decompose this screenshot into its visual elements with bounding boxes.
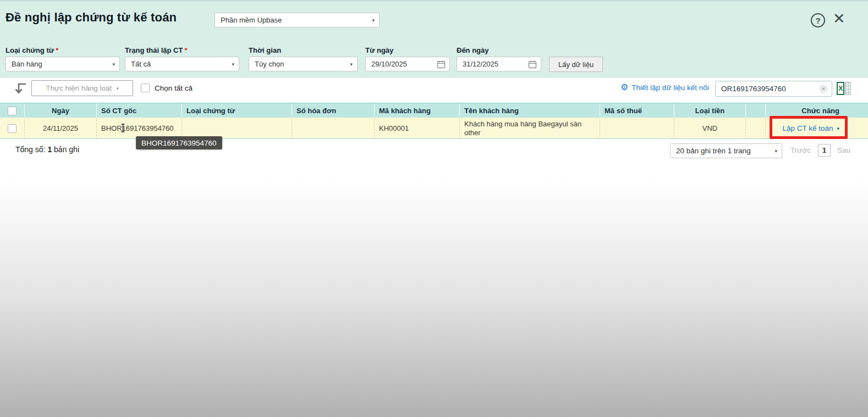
cell-loai-tien: VND [674,118,745,139]
doc-type-select[interactable]: Bán hàng ▾ [6,57,120,71]
cell-chuc-nang: Lập CT kế toán ▾ [765,118,868,139]
close-button[interactable]: ✕ [833,12,845,26]
chevron-down-icon: ▾ [232,62,234,66]
row-checkbox-cell [0,118,24,139]
header-checkbox-cell [0,103,24,118]
col-header-gap [745,103,765,118]
from-date-label: Từ ngày [365,46,393,54]
export-excel-button[interactable]: X [837,82,851,95]
page-size-select[interactable]: 20 bản ghi trên 1 trang ▾ [670,143,782,158]
row-checkbox[interactable] [8,124,17,133]
excel-grid-icon [845,82,851,95]
time-label: Thời gian [249,46,281,54]
next-page-button[interactable]: Sau [837,146,850,154]
col-header-chuc-nang: Chức năng [765,103,868,118]
fetch-data-button[interactable]: Lấy dữ liệu [549,57,603,72]
app-source-select[interactable]: Phần mềm Upbase ▾ [215,13,380,27]
col-header-loai-tien: Loại tiền [674,103,745,118]
calendar-icon [528,60,537,69]
calendar-icon [437,60,446,69]
app-source-select-value: Phần mềm Upbase [221,16,282,24]
cell-ngay: 24/11/2025 [24,118,96,139]
help-button[interactable]: ? [811,13,825,27]
bulk-action-label: Thực hiện hàng loạt [46,84,112,92]
header-panel: Đề nghị lập chứng từ kế toán Phần mềm Up… [0,0,868,78]
doc-type-label: Loại chứng từ* [6,46,58,54]
col-header-ma-khach-hang: Mã khách hàng [374,103,459,118]
chevron-down-icon: ▾ [350,62,353,66]
to-date-label: Đến ngày [457,46,489,54]
close-icon: ✕ [833,10,845,27]
search-box: ✕ [715,81,832,97]
connection-settings-label: Thiết lập dữ liệu kết nối [631,84,708,92]
time-select[interactable]: Tùy chọn ▾ [249,57,358,71]
chevron-down-icon: ▾ [774,148,777,153]
clear-search-icon[interactable]: ✕ [819,85,828,93]
page-title: Đề nghị lập chứng từ kế toán [6,10,177,25]
col-header-ma-so-thue: Mã số thuế [600,103,674,118]
page-size-value: 20 bản ghi trên 1 trang [676,147,751,155]
tooltip: BHOR1691763954760 [136,136,222,149]
prev-page-button[interactable]: Trước [790,146,811,154]
status-value: Tất cả [131,60,151,68]
status-select[interactable]: Tất cả ▾ [125,57,239,71]
excel-icon: X [837,82,844,95]
total-count: 1 [47,145,52,154]
cell-so-hoa-don [292,118,374,139]
chevron-down-icon: ▾ [372,18,375,23]
select-all-label: Chọn tất cả [155,84,193,92]
create-accounting-doc-label: Lập CT kế toán [782,124,833,133]
required-mark: * [184,46,187,54]
create-accounting-doc-link[interactable]: Lập CT kế toán ▾ [782,124,839,133]
help-icon: ? [815,16,820,25]
chevron-down-icon: ▾ [112,62,115,66]
from-date-value: 29/10/2025 [371,60,407,68]
cell-gap [745,118,765,139]
doc-type-value: Bán hàng [12,60,42,68]
cell-ten-khach-hang: Khách hàng mua hàng Baegayul sàn other [459,118,600,139]
chevron-down-icon: ▾ [837,124,839,133]
cell-ma-so-thue [600,118,674,139]
total-records-text: Tổng số: 1 bản ghi [15,145,79,154]
app-window: Đề nghị lập chứng từ kế toán Phần mềm Up… [0,0,868,417]
table-header-row: Ngày Số CT gốc Loại chứng từ Số hóa đơn … [0,103,868,118]
apply-down-arrow-icon[interactable] [13,81,27,96]
connection-settings-link[interactable]: ⚙ Thiết lập dữ liệu kết nối [620,83,709,92]
time-value: Tùy chọn [255,60,284,68]
select-all-checkbox[interactable] [141,84,150,92]
col-header-ngay: Ngày [24,103,96,118]
header-select-checkbox[interactable] [8,107,17,115]
col-header-loai-chung-tu: Loại chứng từ [182,103,292,118]
search-input[interactable] [716,81,832,96]
bulk-action-button[interactable]: Thực hiện hàng loạt ▾ [31,80,133,96]
gear-icon: ⚙ [620,83,628,92]
col-header-so-ct-goc: Số CT gốc [96,103,182,118]
table-row: 24/11/2025 BHOR1691763954760 KH00001 Khá… [0,118,868,139]
to-date-input[interactable]: 31/12/2025 [457,57,541,71]
from-date-input[interactable]: 29/10/2025 [365,57,450,71]
chevron-down-icon: ▾ [116,86,119,91]
status-label: Trạng thái lập CT* [125,46,188,54]
to-date-value: 31/12/2025 [463,60,498,68]
current-page-box[interactable]: 1 [818,144,831,157]
required-mark: * [56,46,58,54]
col-header-so-hoa-don: Số hóa đơn [292,103,374,118]
fetch-data-label: Lấy dữ liệu [558,60,594,69]
cell-ma-khach-hang: KH00001 [374,118,459,139]
text-cursor [120,124,125,135]
col-header-ten-khach-hang: Tên khách hàng [459,103,600,118]
